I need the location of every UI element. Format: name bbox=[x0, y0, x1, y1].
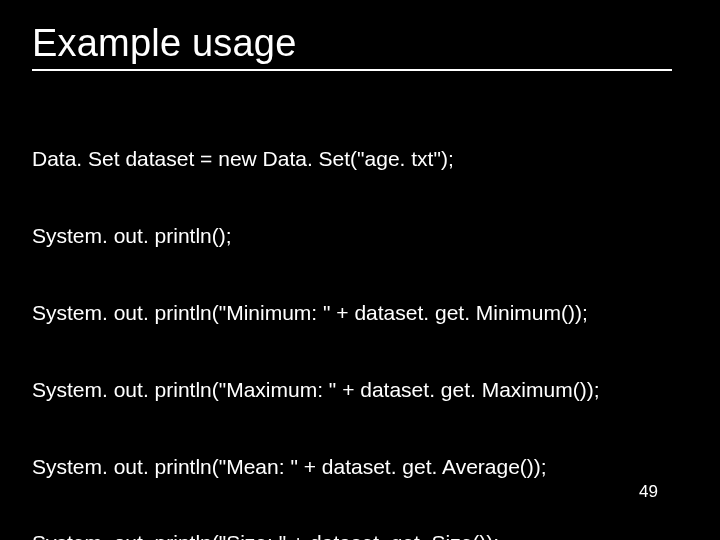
code-line: System. out. println(); bbox=[32, 223, 688, 249]
code-line: System. out. println("Minimum: " + datas… bbox=[32, 300, 688, 326]
title-underline bbox=[32, 69, 672, 71]
page-number: 49 bbox=[639, 482, 658, 502]
code-line: Data. Set dataset = new Data. Set("age. … bbox=[32, 146, 688, 172]
page-title: Example usage bbox=[32, 22, 688, 65]
code-line: System. out. println("Maximum: " + datas… bbox=[32, 377, 688, 403]
code-line: System. out. println("Size: " + dataset.… bbox=[32, 530, 688, 540]
code-block-1: Data. Set dataset = new Data. Set("age. … bbox=[32, 95, 688, 540]
slide: Example usage Data. Set dataset = new Da… bbox=[0, 0, 720, 540]
code-line: System. out. println("Mean: " + dataset.… bbox=[32, 454, 688, 480]
